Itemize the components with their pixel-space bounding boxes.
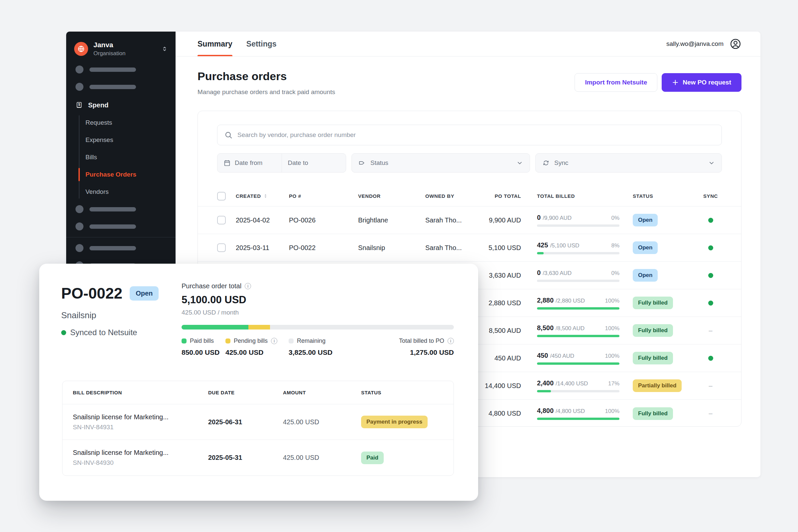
page-title: Purchase orders	[197, 69, 335, 83]
billed-progress-bar	[537, 418, 620, 420]
cell-po-total: 2,880 USD	[476, 299, 521, 307]
tab-summary[interactable]: Summary	[197, 32, 232, 56]
status-badge: Fully billed	[633, 324, 673, 337]
purchase-order-total-value: 5,100.00 USD	[182, 294, 454, 306]
search-icon	[224, 131, 233, 139]
date-to-filter[interactable]: Date to	[282, 154, 346, 172]
sidebar-item-expenses[interactable]: Expenses	[66, 131, 175, 149]
tab-settings[interactable]: Settings	[246, 32, 277, 56]
bill-due-date: 2025-05-31	[208, 454, 283, 461]
user-avatar-icon[interactable]	[729, 38, 741, 50]
org-logo	[74, 42, 88, 56]
legend-dot	[289, 339, 293, 343]
monthly-rate: 425.00 USD / month	[182, 309, 454, 316]
po-detail-modal: PO-0022 Open Snailsnip Synced to Netsuit…	[39, 264, 478, 501]
not-synced-dash: –	[708, 327, 712, 335]
chevron-up-down-icon	[162, 46, 168, 52]
info-icon[interactable]: i	[448, 338, 454, 344]
table-row[interactable]: 2025-04-02PO-0026BrightlaneSarah Tho...9…	[198, 207, 741, 234]
billing-legend: Paid bills850.00 USDPending billsi425.00…	[182, 338, 454, 357]
status-badge: Partially billed	[633, 379, 682, 392]
status-badge: Fully billed	[633, 297, 673, 309]
header-owned-by: OWNED BY	[425, 193, 476, 199]
legend-item-paid-bills: Paid bills850.00 USD	[182, 338, 225, 357]
skeleton-nav-item	[66, 201, 175, 218]
cell-po-total: 9,900 AUD	[476, 216, 521, 224]
billing-progress-bar	[182, 325, 454, 329]
header-total-billed: TOTAL BILLED	[521, 193, 620, 199]
bill-reference: SN-INV-84931	[73, 424, 208, 431]
cell-vendor: Snailsnip	[358, 244, 425, 252]
select-all-checkbox[interactable]	[217, 192, 226, 201]
legend-dot	[225, 339, 230, 343]
header-po-total: PO TOTAL	[476, 193, 521, 199]
table-row[interactable]: 2025-03-11PO-0022SnailsnipSarah Tho...5,…	[198, 234, 741, 262]
spend-submenu: RequestsExpensesBillsPurchase OrdersVend…	[66, 114, 175, 201]
skeleton-nav-item	[66, 240, 175, 257]
cell-po-total: 5,100 USD	[476, 244, 521, 252]
info-icon[interactable]: i	[271, 338, 277, 344]
synced-dot	[708, 301, 713, 306]
globe-icon	[77, 45, 85, 53]
header-sync: SYNC	[699, 193, 722, 199]
sidebar-item-vendors[interactable]: Vendors	[66, 183, 175, 201]
chevron-down-icon	[708, 159, 715, 166]
synced-dot	[708, 245, 713, 250]
new-po-request-button[interactable]: New PO request	[662, 73, 741, 92]
billed-progress-bar	[537, 280, 620, 282]
plus-icon	[672, 79, 679, 86]
header-bill-status: STATUS	[361, 390, 443, 395]
row-checkbox[interactable]	[217, 216, 226, 225]
topbar: Summary Settings sally.wo@janva.com	[175, 32, 760, 57]
date-from-filter[interactable]: Date from	[217, 154, 282, 172]
cell-sync: –	[699, 410, 722, 417]
search-input[interactable]	[238, 131, 715, 139]
status-filter[interactable]: Status	[352, 153, 530, 173]
legend-dot	[182, 339, 187, 343]
bills-header-row: BILL DESCRIPTION DUE DATE AMOUNT STATUS	[62, 381, 454, 404]
billed-progress-bar	[537, 252, 620, 254]
bills-table: BILL DESCRIPTION DUE DATE AMOUNT STATUS …	[62, 381, 454, 476]
row-checkbox[interactable]	[217, 243, 226, 252]
cell-total-billed: 2,880/2,880 USD100%	[521, 297, 620, 309]
user-email: sally.wo@janva.com	[666, 40, 723, 48]
import-from-netsuite-button[interactable]: Import from Netsuite	[574, 73, 657, 92]
bill-status-badge: Paid	[361, 452, 384, 464]
info-icon[interactable]: i	[245, 283, 251, 289]
cell-sync	[699, 245, 722, 250]
cell-status: Fully billed	[620, 297, 699, 309]
cell-status: Open	[620, 269, 699, 282]
cell-po-total: 4,800 USD	[476, 410, 521, 417]
sidebar-item-purchase-orders[interactable]: Purchase Orders	[66, 166, 175, 183]
modal-vendor-name: Snailsnip	[61, 310, 158, 321]
header-created[interactable]: CREATED	[236, 193, 289, 199]
cell-created: 2025-04-02	[236, 216, 289, 224]
header-bill-description: BILL DESCRIPTION	[73, 390, 208, 395]
bills-body: Snailsnip license for Marketing...SN-INV…	[62, 404, 454, 475]
sidebar-item-requests[interactable]: Requests	[66, 114, 175, 131]
sidebar-section-label: Spend	[88, 101, 108, 109]
synced-dot	[61, 330, 66, 335]
cell-status: Partially billed	[620, 379, 699, 392]
date-range-filter: Date from Date to	[217, 153, 346, 173]
billed-progress-bar	[537, 335, 620, 337]
sync-filter[interactable]: Sync	[535, 153, 722, 173]
synced-dot	[708, 356, 713, 361]
cell-po-total: 8,500 AUD	[476, 327, 521, 335]
skeleton-nav-item	[66, 218, 175, 235]
bill-amount: 425.00 USD	[283, 454, 361, 461]
sidebar-section-spend[interactable]: $ Spend	[66, 96, 175, 114]
cell-status: Fully billed	[620, 324, 699, 337]
filter-bar: Date from Date to Status	[217, 153, 722, 173]
sidebar-item-bills[interactable]: Bills	[66, 149, 175, 166]
header-vendor: VENDOR	[358, 193, 425, 199]
chevron-down-icon	[516, 159, 523, 166]
cell-total-billed: 0/3,630 AUD0%	[521, 269, 620, 282]
org-switcher[interactable]: Janva Organisation	[66, 32, 175, 58]
status-badge: Fully billed	[633, 352, 673, 364]
bill-status: Payment in progress	[361, 416, 443, 428]
receipt-icon: $	[75, 101, 83, 109]
bill-status-badge: Payment in progress	[361, 416, 428, 428]
bill-row: Snailsnip license for Marketing...SN-INV…	[62, 440, 454, 475]
tag-icon	[358, 159, 366, 167]
